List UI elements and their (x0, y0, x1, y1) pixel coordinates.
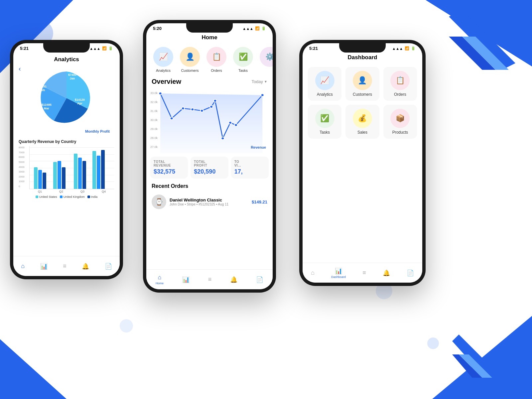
notch-right (339, 43, 386, 53)
nav-list-center[interactable]: ≡ (208, 276, 212, 283)
dashboard-products-icon: 📦 (396, 114, 405, 123)
dashboard-orders-circle: 📋 (390, 71, 410, 90)
quick-icon-more[interactable]: ⚙️ (258, 47, 273, 72)
bar-uk-q4 (97, 156, 100, 189)
nav-home-center[interactable]: ⌂ Home (156, 274, 164, 285)
battery-icon-r: 🔋 (411, 46, 416, 51)
dashboard-grid: 📈 Analytics 👤 Customers 📋 Orders (303, 63, 422, 143)
nav-notif-center[interactable]: 🔔 (230, 276, 237, 283)
wifi-icon-c: 📶 (255, 26, 260, 31)
dashboard-tasks[interactable]: ✅ Tasks (308, 105, 341, 139)
nav-home-icon-left: ⌂ (21, 263, 25, 270)
svg-point-16 (261, 94, 264, 96)
nav-docs-left[interactable]: 📄 (105, 263, 112, 270)
quick-icon-customers[interactable]: 👤 Customers (178, 47, 201, 72)
svg-point-14 (229, 121, 232, 124)
phone-center: 5:20 ▲▲▲ 📶 🔋 Home 📈 Analytics (143, 20, 276, 293)
svg-point-8 (182, 107, 185, 110)
quick-icon-orders[interactable]: 📋 Orders (205, 47, 228, 72)
pie-label-apr: $14120Apr (75, 98, 85, 105)
revenue-label: Revenue (251, 145, 266, 149)
svg-point-6 (159, 92, 162, 95)
dashboard-sales-icon: 💰 (358, 114, 367, 123)
bar-uk-q2 (58, 161, 61, 189)
legend-dot-in (87, 196, 90, 198)
back-button[interactable]: ‹ (19, 65, 21, 72)
bar-us-q2 (53, 162, 57, 189)
dashboard-sales[interactable]: 💰 Sales (345, 105, 379, 139)
customers-label: Customers (181, 68, 199, 72)
dashboard-sales-label: Sales (357, 130, 367, 135)
time-left: 5:21 (20, 46, 29, 51)
recent-orders-title: Recent Orders (146, 182, 273, 192)
nav-home-right[interactable]: ⌂ (311, 269, 315, 276)
customers-icon-circle: 👤 (180, 47, 200, 67)
dashboard-customers-icon: 👤 (358, 76, 367, 85)
nav-dashboard-right[interactable]: 📊 Dashboard (331, 267, 346, 279)
signal-icon-c: ▲▲▲ (242, 27, 253, 31)
nav-list-icon-right: ≡ (362, 269, 366, 276)
nav-list-right[interactable]: ≡ (362, 269, 366, 276)
bottom-nav-center: ⌂ Home 📊 ≡ 🔔 📄 (146, 269, 273, 289)
analytics-icon: 📈 (159, 53, 168, 61)
order-avatar: ⌚ (152, 195, 166, 209)
stat-card-profit: TOTALPROFIT $20,590 (191, 157, 228, 179)
nav-notif-icon-center: 🔔 (230, 276, 237, 283)
stat-label-revenue: TOTALREVENUE (154, 160, 185, 167)
dashboard-orders[interactable]: 📋 Orders (383, 67, 417, 101)
dashboard-products-label: Products (392, 130, 408, 135)
status-icons-right: ▲▲▲ 📶 🔋 (392, 46, 416, 51)
nav-home-icon-right: ⌂ (311, 269, 315, 276)
pie-label-jan: $7400Jan (68, 73, 76, 80)
nav-home-left[interactable]: ⌂ (21, 263, 25, 270)
dashboard-analytics[interactable]: 📈 Analytics (308, 67, 341, 101)
quick-icons-row: 📈 Analytics 👤 Customers 📋 Orders (146, 43, 273, 75)
bar-in-q4 (101, 150, 105, 189)
nav-docs-right[interactable]: 📄 (407, 269, 414, 277)
nav-docs-icon-left: 📄 (105, 263, 112, 270)
legend-label-uk: United Kingdom (64, 195, 85, 199)
stat-card-revenue: TOTALREVENUE $32,575 (150, 157, 188, 179)
legend-dot-uk (60, 196, 63, 198)
nav-list-left[interactable]: ≡ (63, 263, 66, 270)
quick-icon-tasks[interactable]: ✅ Tasks (231, 47, 255, 72)
dashboard-products[interactable]: 📦 Products (383, 105, 417, 139)
nav-stats-left[interactable]: 📊 (40, 263, 48, 270)
nav-docs-center[interactable]: 📄 (256, 276, 263, 283)
status-icons-left: ▲▲▲ 📶 🔋 (89, 46, 113, 51)
wifi-icon-r: 📶 (405, 46, 409, 51)
nav-list-icon-center: ≡ (208, 276, 212, 283)
quick-icon-analytics[interactable]: 📈 Analytics (152, 47, 175, 72)
overview-title: Overview (152, 78, 181, 85)
chevron-down-icon: ▼ (264, 80, 267, 83)
legend-dot-us (36, 196, 38, 198)
stat-value-revenue: $32,575 (154, 168, 185, 175)
monthly-profit-label: Monthly Profit (20, 129, 113, 133)
bar-chart-title: Quarterly Revenue by Country (19, 139, 114, 144)
svg-point-12 (214, 99, 217, 102)
nav-notif-left[interactable]: 🔔 (82, 263, 89, 270)
dashboard-tasks-label: Tasks (320, 130, 330, 135)
svg-point-10 (200, 109, 203, 112)
nav-docs-icon-right: 📄 (407, 269, 414, 277)
stats-row: TOTALREVENUE $32,575 TOTALPROFIT $20,590… (146, 153, 273, 182)
bar-in-q1 (43, 173, 46, 189)
tasks-icon-circle: ✅ (233, 47, 253, 67)
nav-notif-right[interactable]: 🔔 (383, 269, 390, 277)
dashboard-customers[interactable]: 👤 Customers (345, 67, 379, 101)
bar-legend: United States United Kingdom India (19, 194, 114, 199)
bottom-nav-right: ⌂ 📊 Dashboard ≡ 🔔 📄 (303, 263, 422, 283)
pie-label-mar: $12485Mar (42, 103, 52, 110)
home-title: Home (146, 31, 273, 43)
tasks-icon: ✅ (239, 53, 248, 61)
legend-label-in: India (91, 195, 98, 199)
notch-center (186, 23, 233, 33)
signal-icon: ▲▲▲ (89, 47, 100, 51)
today-selector[interactable]: Today ▼ (251, 79, 267, 84)
nav-stats-center[interactable]: 📊 (182, 276, 190, 283)
bar-group-q3 (74, 154, 86, 189)
nav-home-icon-center: ⌂ (158, 274, 162, 281)
order-item[interactable]: ⌚ Daniel Wellington Classic John Doe • S… (146, 192, 273, 212)
line-chart-container: 33.0k 32.0k 31.0k 30.0k 29.0k 28.0k 27.0… (149, 87, 270, 153)
wifi-icon: 📶 (102, 46, 107, 51)
